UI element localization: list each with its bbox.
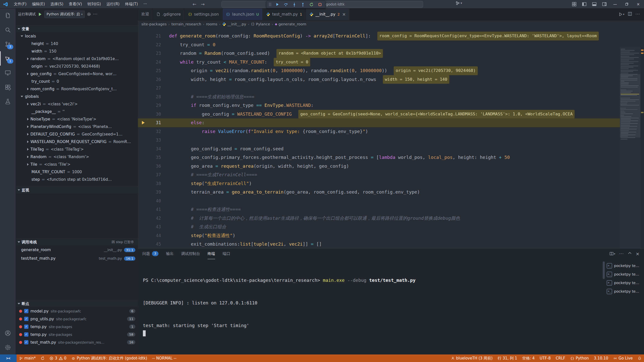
close-window-button[interactable]: × — [632, 0, 644, 8]
breakpoint-row[interactable]: ✓ png_utils.py site-packages\wfc 11 — [16, 315, 138, 323]
glyph-margin[interactable] — [138, 66, 148, 75]
sidebar-more-actions-icon[interactable]: ··· — [93, 12, 98, 17]
menu-文件-f[interactable]: 文件(F) — [11, 0, 29, 8]
code-line[interactable]: 29 if room_config.env_type == EnvType.WA… — [138, 101, 620, 110]
breakpoint-checkbox[interactable]: ✓ — [24, 317, 28, 321]
breadcrumb-item[interactable]: site-packages — [141, 22, 167, 26]
variable-row[interactable]: random=<Random object at 0x1bf9d01e… — [16, 55, 138, 63]
watch-section-header[interactable]: 监视 — [16, 186, 138, 194]
toggle-primary-sidebar-icon[interactable] — [579, 0, 589, 8]
variable-row[interactable]: __package__='' — [16, 108, 138, 115]
terminal-list-item[interactable]: >_ pocketpy te… — [605, 287, 642, 296]
variable-row[interactable]: NoiseType=<class 'NoiseType'> — [16, 115, 138, 123]
glyph-margin[interactable] — [138, 179, 148, 188]
breadcrumb-item[interactable]: {}Pylance — [251, 22, 270, 26]
sync-button[interactable] — [38, 354, 47, 362]
breakpoint-checkbox[interactable]: ✓ — [24, 309, 28, 313]
glyph-margin[interactable] — [138, 231, 148, 240]
panel-maximize-icon[interactable] — [628, 251, 632, 256]
code-line[interactable]: 26 width, height = room_config.layout.n_… — [138, 75, 620, 84]
code-line[interactable]: 34 geo_config.seed = room_config.seed — [138, 145, 620, 153]
nav-back-icon[interactable]: ← — [192, 2, 196, 7]
menu-选择-s[interactable]: 选择(S) — [48, 0, 66, 8]
glyph-margin[interactable] — [138, 170, 148, 179]
breakpoint-checkbox[interactable]: ✓ — [24, 340, 28, 344]
code-line[interactable]: 40 — [138, 197, 620, 205]
vim-mode-indicator[interactable]: -- NORMAL -- — [150, 354, 179, 362]
terminal-list-item[interactable]: >_ pocketpy te… — [605, 279, 642, 287]
code-line[interactable]: 31 else: — [138, 118, 620, 127]
code-line[interactable]: 37 # ====生成TerrainCell==== — [138, 170, 620, 179]
tab-欢迎[interactable]: 欢迎 — [138, 8, 153, 20]
menu-运行-r[interactable]: 运行(R) — [104, 0, 122, 8]
remote-indicator[interactable]: >< — [0, 354, 17, 362]
language-mode[interactable]: {} Python — [568, 354, 591, 362]
code-line[interactable]: 43 # 生成出口组合 — [138, 222, 620, 231]
variable-row[interactable]: origin=vec2i(7205730, 9024468) — [16, 63, 138, 70]
git-blame-indicator[interactable]: blueloveTH (3 周前) — [449, 354, 495, 362]
code-line[interactable]: 24 while try_count < MAX_TRY_COUNT:try_c… — [138, 58, 620, 67]
search-icon[interactable] — [0, 23, 16, 37]
breadcrumb-item[interactable]: terrain_research — [171, 22, 201, 26]
glyph-margin[interactable] — [138, 84, 148, 93]
tab-test-math-py[interactable]: test_math.py 1 — [263, 8, 306, 20]
menu-more[interactable]: ··· — [141, 0, 150, 8]
breakpoint-checkbox[interactable]: ✓ — [24, 325, 28, 329]
variable-row[interactable]: vec2i=<class 'vec2i'> — [16, 100, 138, 108]
glyph-margin[interactable] — [138, 93, 148, 101]
glyph-margin[interactable] — [138, 222, 148, 231]
code-line[interactable]: 25 origin = vec2i(random.randint(0, 1000… — [138, 66, 620, 75]
variable-row[interactable]: DEFAULT_GEO_CONFIG=GeoConfig(seed=1… — [16, 130, 138, 138]
code-line[interactable]: 38 step("生成TerrainCell") — [138, 179, 620, 188]
menu-查看-v[interactable]: 查看(V) — [66, 0, 85, 8]
variable-row[interactable]: WASTELAND_ROOM_REQUEST_CONFIG=RoomR… — [16, 138, 138, 146]
toggle-secondary-sidebar-icon[interactable] — [599, 0, 609, 8]
scope-row-globals[interactable]: globals — [16, 93, 138, 100]
callstack-frame[interactable]: generate_room __init__.py 31:1 — [16, 246, 138, 254]
variable-row[interactable]: PlanetaryWindConfig=<class 'Planeta… — [16, 123, 138, 130]
panel-tab-调试控制台[interactable]: 调试控制台 — [181, 248, 200, 259]
glyph-margin[interactable] — [138, 214, 148, 223]
breakpoint-row[interactable]: ✓ temp.py site-packages 58 — [16, 331, 138, 338]
editor-more-actions-icon[interactable]: ··· — [635, 12, 640, 17]
breadcrumb-item[interactable]: __init__.py — [222, 22, 246, 26]
variable-row[interactable]: MAX_TRY_COUNT=1000 — [16, 168, 138, 176]
account-icon[interactable] — [0, 326, 16, 340]
split-editor-icon[interactable] — [628, 12, 632, 17]
breakpoint-row[interactable]: ✓ model.py site-packages\wfc 6 — [16, 307, 138, 315]
tab-gdignore[interactable]: .gdignore — [153, 8, 185, 20]
panel-tab-端口[interactable]: 端口 — [223, 248, 230, 259]
debug-step-into-button[interactable] — [291, 1, 298, 8]
code-line[interactable]: 42 # 计算每一个出口的中心，然后使用astar生成路径，确保每一个出口组合都… — [138, 214, 620, 223]
glyph-margin[interactable] — [138, 58, 148, 67]
terminal-scrollbar[interactable] — [603, 261, 605, 279]
code-line[interactable]: 30 geo_config = WASTELAND_GEO_CONFIGgeo_… — [138, 110, 620, 119]
debug-stop-button[interactable] — [316, 1, 324, 8]
variable-row[interactable]: Tile=<class 'Tile'> — [16, 161, 138, 168]
variable-row[interactable]: step=<function step at 0x1bf8d716d… — [16, 176, 138, 183]
code-line[interactable]: 33 — [138, 136, 620, 145]
customize-layout-icon[interactable] — [569, 0, 579, 8]
testing-icon[interactable] — [0, 94, 16, 109]
glyph-margin[interactable] — [138, 118, 148, 127]
code-line[interactable]: 44 step("检查连通性") — [138, 231, 620, 240]
titlebar-tools-menu[interactable]: ▾ — [455, 1, 462, 5]
glyph-margin[interactable] — [138, 49, 148, 58]
menu-编辑-e[interactable]: 编辑(E) — [29, 0, 48, 8]
code-line[interactable]: 28 # ====生成初始地理信息==== — [138, 93, 620, 101]
debug-step-out-button[interactable] — [299, 1, 307, 8]
variable-row[interactable]: height=140 — [16, 40, 138, 48]
code-line[interactable]: 21 def generate_room(room_config: RoomRe… — [138, 32, 620, 40]
glyph-margin[interactable] — [138, 197, 148, 205]
debug-config-dropdown[interactable]: Python 调试程序: 启 ▾ — [44, 11, 85, 18]
breadcrumb-item[interactable]: rooms — [206, 22, 217, 26]
glyph-margin[interactable] — [138, 127, 148, 136]
glyph-margin[interactable] — [138, 162, 148, 171]
panel-tab-问题[interactable]: 问题3 — [142, 248, 158, 259]
panel-more-actions-icon[interactable]: ··· — [619, 251, 624, 256]
problems-indicator[interactable]: 3 0 — [47, 354, 69, 362]
glyph-margin[interactable] — [138, 188, 148, 197]
panel-tab-终端[interactable]: 终端 — [208, 248, 215, 259]
code-line[interactable]: 27 — [138, 84, 620, 93]
breakpoints-section-header[interactable]: 断点 — [16, 300, 138, 307]
